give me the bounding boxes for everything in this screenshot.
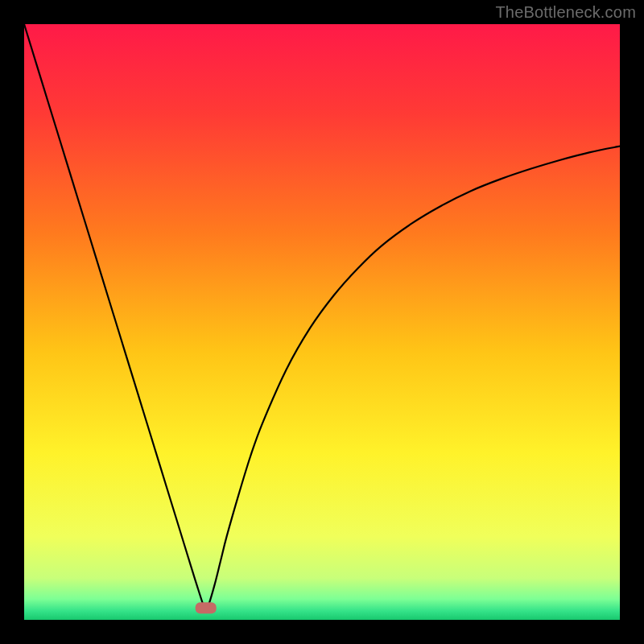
watermark-text: TheBottleneck.com [495, 3, 636, 22]
optimal-marker [196, 602, 217, 613]
chart-frame [24, 24, 620, 620]
gradient-background [24, 24, 620, 620]
bottleneck-chart [24, 24, 620, 620]
